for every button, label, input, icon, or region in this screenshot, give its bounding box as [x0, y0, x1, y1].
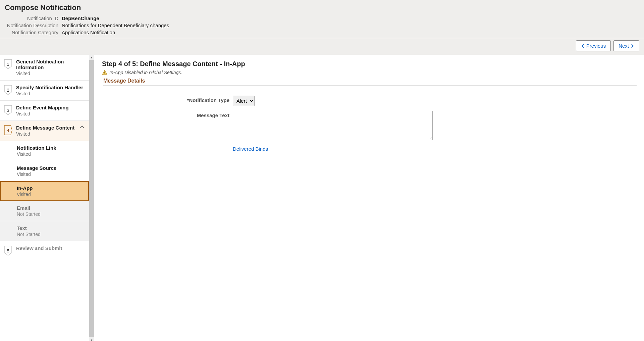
sidebar-scrollbar[interactable]: ▲ ▼ [89, 55, 94, 341]
step-5[interactable]: 5 Review and Submit [0, 241, 89, 260]
step-4[interactable]: 4 Define Message Content Visited [0, 121, 89, 141]
step-title: General Notification Information [16, 59, 86, 70]
meta-desc-value: Notifications for Dependent Beneficiary … [62, 22, 639, 28]
notification-type-label: *Notification Type [102, 96, 233, 103]
substep-email[interactable]: Email Not Started [0, 201, 89, 221]
substep-status: Visited [17, 192, 86, 197]
meta-table: Notification ID DepBenChange Notificatio… [5, 15, 639, 35]
step-status: Visited [16, 131, 79, 137]
step-number: 1 [7, 62, 9, 67]
substep-message-source[interactable]: Message Source Visited [0, 161, 89, 181]
page-title: Compose Notification [5, 3, 639, 12]
substep-notification-link[interactable]: Notification Link Visited [0, 141, 89, 161]
step-status: Visited [16, 71, 86, 76]
substep-title: Text [17, 225, 86, 231]
step-badge: 3 [3, 105, 13, 115]
next-button-label: Next [619, 43, 629, 49]
step-number: 3 [7, 108, 9, 113]
substep-in-app[interactable]: In-App Visited [0, 181, 89, 201]
step-number: 5 [7, 248, 9, 253]
step-status: Visited [16, 111, 86, 116]
substep-title: Message Source [17, 165, 86, 171]
step-badge: 2 [3, 85, 13, 95]
message-text-label: Message Text [102, 111, 233, 118]
substep-status: Not Started [17, 232, 86, 237]
scroll-thumb[interactable] [89, 60, 94, 337]
step-2[interactable]: 2 Specify Notification Handler Visited [0, 81, 89, 101]
form-area: *Notification Type Alert Message Text De… [102, 96, 637, 152]
meta-cat-label: Notification Category [5, 30, 62, 35]
warning-line: In-App Disabled in Global Settings. [102, 70, 637, 75]
step-title: Review and Submit [16, 245, 86, 251]
step-1[interactable]: 1 General Notification Information Visit… [0, 55, 89, 81]
step-number: 2 [7, 88, 9, 93]
step-badge: 5 [3, 245, 13, 256]
meta-id-value: DepBenChange [62, 15, 639, 21]
sidebar-container: 1 General Notification Information Visit… [0, 55, 95, 341]
next-button[interactable]: Next [613, 40, 639, 51]
page-header: Compose Notification Notification ID Dep… [0, 0, 644, 38]
warning-icon [102, 70, 107, 75]
step-3[interactable]: 3 Define Event Mapping Visited [0, 101, 89, 121]
step-title: Define Event Mapping [16, 105, 86, 110]
chevron-left-icon [581, 44, 585, 48]
main-content: Step 4 of 5: Define Message Content - In… [95, 55, 644, 341]
step-title: Define Message Content [16, 125, 79, 131]
step-status: Visited [16, 91, 86, 96]
substep-text[interactable]: Text Not Started [0, 221, 89, 241]
section-title: Message Details [103, 78, 637, 86]
notification-type-select[interactable]: Alert [233, 96, 255, 106]
svg-rect-1 [104, 74, 105, 74]
meta-cat-value: Applications Notification [62, 30, 639, 35]
substep-status: Not Started [17, 211, 86, 217]
substep-status: Visited [17, 151, 86, 157]
nav-button-row: Previous Next [0, 38, 644, 55]
substep-title: Email [17, 205, 86, 211]
substep-title: Notification Link [17, 145, 86, 151]
chevron-right-icon [630, 44, 634, 48]
previous-button-label: Previous [586, 43, 606, 49]
wizard-sidebar: 1 General Notification Information Visit… [0, 55, 89, 341]
scroll-down-arrow-icon[interactable]: ▼ [89, 337, 94, 341]
meta-id-label: Notification ID [5, 15, 62, 21]
meta-desc-label: Notification Description [5, 22, 62, 28]
step-title: Specify Notification Handler [16, 85, 86, 90]
warning-text: In-App Disabled in Global Settings. [109, 70, 182, 75]
scroll-up-arrow-icon[interactable]: ▲ [89, 55, 94, 60]
step-heading: Step 4 of 5: Define Message Content - In… [102, 60, 637, 68]
step-badge: 4 [3, 125, 13, 136]
chevron-up-icon[interactable] [79, 125, 86, 130]
substep-title: In-App [17, 185, 86, 191]
previous-button[interactable]: Previous [576, 40, 611, 51]
substep-status: Visited [17, 172, 86, 177]
step-number: 4 [7, 128, 9, 133]
svg-rect-0 [104, 71, 105, 73]
delivered-binds-link[interactable]: Delivered Binds [233, 146, 268, 152]
step-badge: 1 [3, 59, 13, 69]
message-text-input[interactable] [233, 111, 433, 140]
